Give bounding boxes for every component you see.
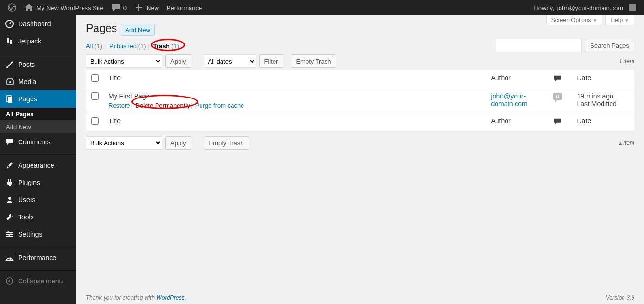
- apply-button-bottom[interactable]: Apply: [165, 136, 191, 150]
- page-title: Pages: [86, 22, 117, 35]
- footer: Thank you for creating with WordPress. V…: [86, 292, 634, 304]
- svg-point-14: [8, 235, 10, 237]
- screen-options-tab[interactable]: Screen Options▼: [546, 15, 603, 25]
- delete-permanently-link[interactable]: Delete Permanently: [136, 102, 190, 109]
- item-count-top: 1 item: [619, 58, 634, 65]
- select-all-top[interactable]: [91, 74, 99, 82]
- col-title[interactable]: Title: [104, 70, 486, 88]
- menu-jetpack[interactable]: Jetpack: [0, 33, 76, 50]
- col-date[interactable]: Date: [572, 70, 634, 88]
- menu-settings[interactable]: Settings: [0, 226, 76, 243]
- apply-button-top[interactable]: Apply: [165, 54, 191, 68]
- pages-table: Title Author Date My First Page Restore|…: [86, 70, 634, 131]
- wordpress-link[interactable]: WordPress: [156, 294, 184, 301]
- collapse-menu[interactable]: Collapse menu: [0, 272, 76, 290]
- comment-icon: [553, 74, 562, 83]
- row-title: My First Page: [108, 92, 149, 100]
- filter-trash[interactable]: Trash (1): [153, 43, 179, 50]
- menu-tools[interactable]: Tools: [0, 208, 76, 226]
- svg-point-13: [10, 233, 12, 235]
- menu-appearance[interactable]: Appearance: [0, 157, 76, 174]
- svg-point-5: [9, 81, 11, 83]
- svg-point-12: [7, 231, 9, 233]
- comments-count: 0: [123, 4, 127, 11]
- wp-logo[interactable]: [4, 0, 20, 15]
- menu-performance[interactable]: Performance: [0, 249, 76, 266]
- comment-count-bubble[interactable]: 0: [553, 93, 562, 100]
- svg-point-4: [6, 66, 8, 68]
- content-area: Screen Options▼ Help▼ Pages Add New All …: [76, 15, 644, 304]
- add-new-button[interactable]: Add New: [121, 24, 155, 36]
- svg-rect-7: [8, 97, 12, 103]
- howdy-prefix: Howdy,: [534, 4, 554, 11]
- menu-posts[interactable]: Posts: [0, 56, 76, 73]
- submenu-all-pages[interactable]: All Pages: [0, 108, 76, 120]
- select-all-bottom[interactable]: [91, 117, 99, 125]
- col-comments-foot[interactable]: [549, 113, 572, 131]
- admin-sidebar: Dashboard Jetpack Posts Media Pages All …: [0, 15, 76, 304]
- version-label: Version 3.9: [606, 294, 634, 301]
- empty-trash-button-top[interactable]: Empty Trash: [291, 54, 336, 68]
- empty-trash-button-bottom[interactable]: Empty Trash: [204, 136, 249, 150]
- new-content[interactable]: New: [130, 0, 163, 15]
- tablenav-top: Bulk Actions Apply All dates Filter Empt…: [86, 54, 634, 68]
- col-author-foot[interactable]: Author: [486, 113, 549, 131]
- admin-toolbar: My New WordPress Site 0 New Performance …: [0, 0, 644, 15]
- col-title-foot[interactable]: Title: [104, 113, 486, 131]
- comment-icon: [553, 117, 562, 126]
- item-count-bottom: 1 item: [619, 140, 634, 146]
- new-label: New: [147, 4, 159, 11]
- filter-button[interactable]: Filter: [259, 54, 284, 68]
- svg-rect-3: [10, 40, 12, 44]
- menu-users[interactable]: Users: [0, 191, 76, 208]
- submenu-add-new[interactable]: Add New: [0, 120, 76, 133]
- howdy-user: john@your-domain.com: [557, 4, 623, 11]
- restore-link[interactable]: Restore: [108, 102, 130, 109]
- help-tab[interactable]: Help▼: [605, 15, 634, 25]
- purge-cache-link[interactable]: Purge from cache: [195, 102, 244, 109]
- table-row: My First Page Restore| Delete Permanentl…: [86, 88, 634, 113]
- search-box: Search Pages: [496, 39, 634, 52]
- site-name: My New WordPress Site: [36, 4, 104, 11]
- my-account[interactable]: Howdy, john@your-domain.com: [530, 0, 640, 15]
- search-input[interactable]: [496, 39, 582, 52]
- filter-all[interactable]: All (1): [86, 43, 102, 50]
- menu-media[interactable]: Media: [0, 73, 76, 90]
- menu-plugins[interactable]: Plugins: [0, 174, 76, 191]
- menu-comments[interactable]: Comments: [0, 133, 76, 151]
- chevron-down-icon: ▼: [593, 18, 598, 23]
- date-relative: 19 mins ago: [577, 92, 613, 100]
- menu-pages[interactable]: Pages: [0, 90, 76, 108]
- svg-point-15: [6, 278, 13, 284]
- submenu-pages: All Pages Add New: [0, 108, 76, 133]
- menu-dashboard[interactable]: Dashboard: [0, 15, 76, 33]
- bulk-actions-select-top[interactable]: Bulk Actions: [86, 54, 162, 68]
- performance-link[interactable]: Performance: [163, 0, 206, 15]
- row-checkbox[interactable]: [91, 92, 99, 100]
- bulk-actions-select-bottom[interactable]: Bulk Actions: [86, 136, 162, 150]
- col-author[interactable]: Author: [486, 70, 549, 88]
- filter-published[interactable]: Published (1): [109, 43, 146, 50]
- svg-rect-2: [7, 38, 9, 43]
- author-link[interactable]: john@your-domain.com: [491, 92, 528, 108]
- site-name-link[interactable]: My New WordPress Site: [20, 0, 107, 15]
- search-button[interactable]: Search Pages: [585, 39, 634, 52]
- date-status: Last Modified: [577, 100, 617, 108]
- comments-bubble[interactable]: 0: [107, 0, 130, 15]
- col-date-foot[interactable]: Date: [572, 113, 634, 131]
- svg-point-8: [8, 197, 11, 200]
- avatar-icon: [629, 4, 636, 11]
- tablenav-bottom: Bulk Actions Apply Empty Trash 1 item: [86, 136, 634, 150]
- col-comments[interactable]: [549, 70, 572, 88]
- row-actions: Restore| Delete Permanently| Purge from …: [108, 102, 482, 109]
- date-filter-select[interactable]: All dates: [204, 54, 256, 68]
- chevron-down-icon: ▼: [624, 18, 629, 23]
